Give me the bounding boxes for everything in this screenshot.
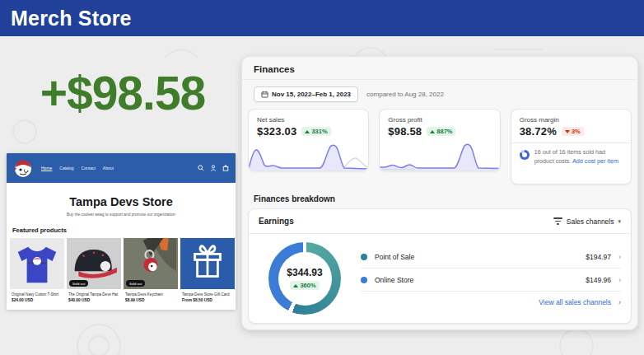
up-arrow-icon	[430, 130, 435, 133]
earnings-delta-badge: 360%	[290, 281, 319, 290]
account-icon[interactable]	[210, 165, 217, 171]
cost-progress-icon	[520, 150, 530, 160]
product-card-hat[interactable]: Sold out The Original Tampa Devs Hat $40…	[67, 238, 121, 302]
product-name: The Original Tampa Devs Hat	[67, 292, 121, 297]
delta-badge: 887%	[427, 127, 455, 136]
highlight-amount: +$98.58	[7, 66, 239, 120]
store-navbar: Home Catalog Contact About	[7, 153, 236, 183]
product-price: $40.00 USD	[67, 298, 121, 302]
chevron-right-icon: ›	[618, 276, 621, 284]
storefront-screenshot: Home Catalog Contact About	[7, 153, 236, 310]
product-card-tshirt[interactable]: Original Navy Cotton T-Shirt $24.00 USD	[10, 238, 64, 302]
earnings-donut-chart: $344.93 360%	[268, 242, 341, 315]
product-card-giftcard[interactable]: Tampa Devs Store Gift Card From $8.50 US…	[180, 238, 235, 302]
net-sales-sparkline	[249, 138, 368, 170]
finances-panel: Finances Nov 15, 2022–Feb 1, 2023 compar…	[241, 56, 638, 330]
metric-label: Net sales	[257, 116, 360, 124]
channel-row-online-store[interactable]: Online Store $149.96 ›	[361, 269, 621, 292]
product-price: $24.00 USD	[10, 298, 64, 302]
pirate-logo-icon	[13, 158, 33, 178]
page-title: Merch Store	[11, 7, 132, 30]
metric-label: Gross profit	[388, 116, 491, 124]
sales-channels-dropdown[interactable]: Sales channels ▾	[553, 217, 621, 226]
store-nav-about[interactable]: About	[103, 166, 114, 170]
chevron-right-icon: ›	[618, 298, 621, 306]
date-range-button[interactable]: Nov 15, 2022–Feb 1, 2023	[254, 86, 358, 102]
down-arrow-icon	[565, 130, 570, 133]
up-arrow-icon	[305, 130, 310, 133]
search-icon[interactable]	[198, 165, 204, 171]
soldout-badge: Sold out	[126, 280, 145, 287]
tshirt-image	[10, 238, 64, 289]
metric-value: 38.72%	[520, 125, 557, 138]
product-price: $8.99 USD	[124, 298, 178, 302]
store-nav-contact[interactable]: Contact	[82, 166, 96, 170]
gross-margin-card[interactable]: Gross margin 38.72% 3% 16 out of 16 item…	[511, 109, 632, 185]
product-name: Tampa Devs Store Gift Card	[180, 292, 235, 297]
product-name: Tampa Devs Keychain	[124, 292, 178, 297]
gross-profit-card[interactable]: Gross profit $98.58 887%	[379, 109, 500, 171]
cart-icon[interactable]	[222, 165, 229, 171]
cost-note: 16 out of 16 items sold had product cost…	[534, 148, 623, 166]
point-of-sale-dot	[361, 254, 367, 260]
store-subtitle: Buy the coolest swag to support and prom…	[7, 213, 236, 217]
net-sales-card[interactable]: Net sales $323.03 331%	[248, 109, 369, 171]
delta-badge: 331%	[301, 127, 330, 136]
channel-row-point-of-sale[interactable]: Point of Sale $194.97 ›	[361, 245, 621, 269]
finances-breakdown-heading: Finances breakdown	[254, 194, 626, 203]
store-title: Tampa Devs Store	[7, 195, 236, 208]
chevron-down-icon: ▾	[618, 218, 621, 225]
metric-value: $98.58	[388, 125, 422, 138]
gross-profit-sparkline	[380, 138, 499, 170]
finances-heading: Finances	[242, 57, 637, 80]
calendar-icon	[261, 91, 268, 98]
earnings-heading: Earnings	[259, 217, 553, 226]
filter-icon	[553, 217, 562, 224]
compared-to-label: compared to Aug 28, 2022	[366, 91, 444, 98]
app-header: Merch Store	[0, 0, 644, 36]
featured-products-heading: Featured products	[12, 227, 236, 234]
soldout-badge: Sold out	[69, 280, 88, 287]
earnings-card: Earnings Sales channels ▾ $344.93 360%	[248, 208, 632, 324]
store-nav-home[interactable]: Home	[41, 166, 52, 170]
add-cost-link[interactable]: Add cost per item	[572, 157, 618, 165]
date-range-label: Nov 15, 2022–Feb 1, 2023	[272, 91, 351, 98]
metric-value: $323.03	[257, 125, 296, 138]
product-name: Original Navy Cotton T-Shirt	[10, 292, 64, 297]
delta-badge: 3%	[562, 127, 584, 136]
chevron-right-icon: ›	[618, 253, 621, 261]
store-nav-catalog[interactable]: Catalog	[59, 166, 73, 170]
metric-label: Gross margin	[520, 116, 623, 124]
store-nav-links: Home Catalog Contact About	[41, 166, 114, 170]
up-arrow-icon	[293, 284, 298, 287]
gift-icon	[180, 238, 235, 289]
view-all-sales-channels-link[interactable]: View all sales channels	[539, 298, 611, 306]
featured-products-row: Original Navy Cotton T-Shirt $24.00 USD …	[7, 234, 236, 302]
earnings-total: $344.93	[287, 267, 322, 278]
product-card-keychain[interactable]: Sold out Tampa Devs Keychain $8.99 USD	[124, 238, 178, 302]
product-price: From $8.50 USD	[180, 298, 235, 302]
online-store-dot	[361, 277, 367, 283]
